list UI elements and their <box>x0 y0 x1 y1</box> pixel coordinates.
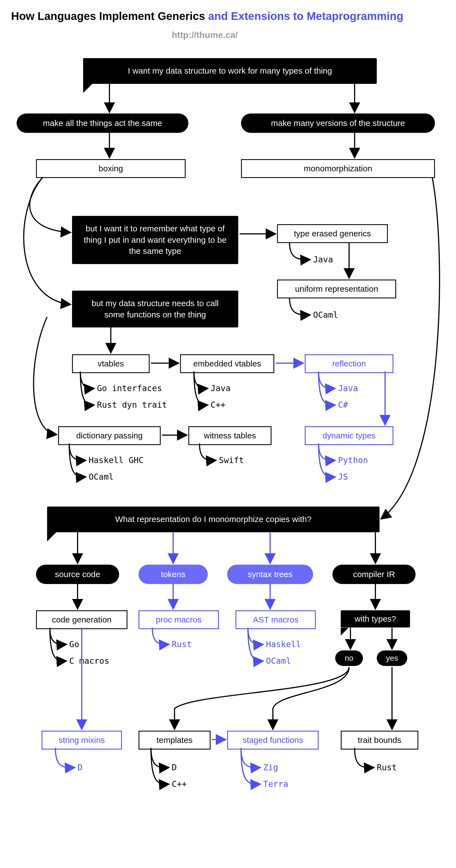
lang-cpp-2: C++ <box>172 779 187 789</box>
lang-haskell-2: Haskell <box>266 640 301 649</box>
speech-tail-icon <box>341 628 348 636</box>
choice-tokens: tokens <box>139 565 208 584</box>
box-boxing: boxing <box>36 159 186 178</box>
choice-compiler-ir: compiler IR <box>333 565 416 584</box>
diagram-canvas: How Languages Implement Generics and Ext… <box>0 0 456 868</box>
lang-zig: Zig <box>263 763 278 772</box>
title-main: How Languages Implement Generics <box>11 10 205 22</box>
question-remember: but I want it to remember what type of t… <box>72 216 238 264</box>
lang-go-interfaces: Go interfaces <box>97 383 162 393</box>
lang-d-2: D <box>172 763 177 772</box>
speech-tail-icon <box>72 252 82 262</box>
lang-swift: Swift <box>219 455 244 465</box>
box-trait-bounds: trait bounds <box>341 731 418 749</box>
box-proc-macros: proc macros <box>139 610 219 629</box>
lang-java-3: Java <box>338 383 358 393</box>
question-functions: but my data structure needs to call some… <box>72 290 238 328</box>
choice-source-code: source code <box>36 565 119 584</box>
lang-js: JS <box>338 472 348 482</box>
answer-yes: yes <box>377 650 407 666</box>
lang-ocaml-1: OCaml <box>313 310 338 320</box>
box-staged-functions: staged functions <box>227 731 319 749</box>
box-witness-tables: witness tables <box>189 426 272 445</box>
lang-ocaml-2: OCaml <box>89 472 114 482</box>
lang-java-2: Java <box>210 383 230 393</box>
lang-terra: Terra <box>263 779 288 789</box>
box-reflection: reflection <box>305 354 393 373</box>
root-question: I want my data structure to work for man… <box>83 58 377 84</box>
lang-rust-1: Rust <box>172 640 192 649</box>
lang-go-2: Go <box>69 640 79 649</box>
choice-make-same: make all the things act the same <box>17 114 189 133</box>
lang-python: Python <box>338 455 368 465</box>
speech-tail-icon <box>83 83 93 93</box>
question-with-types: with types? <box>341 610 410 627</box>
lang-rust-dyn-trait: Rust dyn trait <box>97 400 167 410</box>
box-type-erased: type erased generics <box>277 224 388 243</box>
lang-java-1: Java <box>313 255 333 264</box>
box-monomorphization: monomorphization <box>241 159 435 178</box>
lang-haskell-ghc: Haskell GHC <box>89 455 144 465</box>
lang-ocaml-3: OCaml <box>266 656 291 666</box>
box-templates: templates <box>139 731 210 749</box>
title: How Languages Implement Generics and Ext… <box>11 10 403 23</box>
choice-make-many: make many versions of the structure <box>241 114 435 133</box>
box-vtables: vtables <box>72 354 150 373</box>
box-dictionary-passing: dictionary passing <box>58 426 161 445</box>
speech-tail-icon <box>47 531 57 541</box>
answer-no: no <box>335 650 363 666</box>
box-dynamic-types: dynamic types <box>305 426 393 445</box>
lang-d-1: D <box>78 763 83 772</box>
lang-cpp-1: C++ <box>210 400 226 410</box>
lang-c-macros: C macros <box>69 656 109 666</box>
title-extension: and Extensions to Metaprogramming <box>205 10 403 22</box>
box-embedded-vtables: embedded vtables <box>180 354 274 373</box>
question-representation: What representation do I monomorphize co… <box>47 506 379 532</box>
subtitle-url: http://thume.ca/ <box>172 30 238 40</box>
lang-csharp: C# <box>338 400 348 410</box>
lang-rust-2: Rust <box>377 763 397 772</box>
box-uniform-representation: uniform representation <box>277 280 396 299</box>
speech-tail-icon <box>72 315 82 326</box>
box-ast-macros: AST macros <box>235 610 316 629</box>
box-string-mixins: string mixins <box>41 731 122 749</box>
choice-syntax-trees: syntax trees <box>227 565 313 584</box>
box-code-generation: code generation <box>36 610 127 629</box>
